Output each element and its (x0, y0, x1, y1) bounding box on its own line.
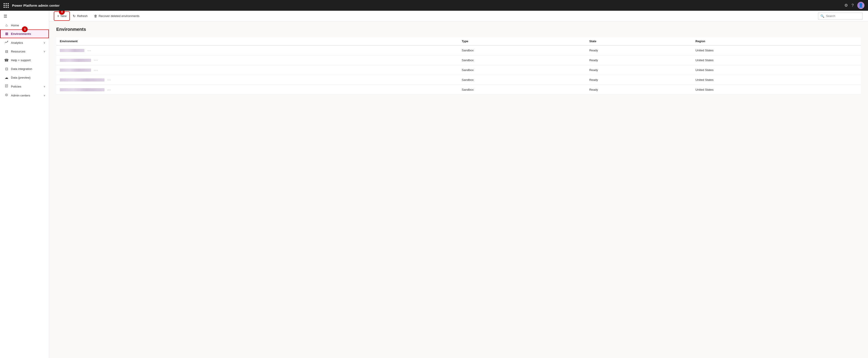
data-integration-icon: ⊡ (4, 67, 9, 71)
sidebar-item-policies[interactable]: Policies ∨ (0, 82, 49, 91)
sidebar-item-analytics-label: Analytics (11, 41, 41, 44)
sidebar-item-policies-label: Policies (11, 85, 41, 88)
sidebar-item-environments-label: Environments (11, 32, 45, 35)
policies-chevron: ∨ (43, 85, 45, 88)
sidebar-item-data-integration-label: Data integration (11, 67, 45, 70)
env-state: Ready (586, 85, 692, 95)
table-header-row: Environment Type State Region (56, 37, 861, 45)
hamburger-button[interactable]: ☰ (0, 11, 49, 21)
env-state: Ready (586, 55, 692, 65)
page-content: Environments Environment Type State Regi… (49, 22, 868, 358)
env-type: Sandbox (458, 45, 586, 55)
environments-table: Environment Type State Region ··· Sandbo… (56, 37, 861, 95)
env-region: United States (692, 65, 861, 75)
env-name-blurred (60, 59, 91, 62)
env-name-blurred (60, 49, 84, 52)
env-name-blurred (60, 68, 91, 72)
sidebar-item-environments[interactable]: 3 ⊞ Environments (0, 29, 49, 38)
sidebar: ☰ ⌂ Home 3 ⊞ Environments Analytics ∨ ⊟ (0, 11, 49, 358)
new-icon: + (57, 14, 59, 18)
env-more-options[interactable]: ··· (106, 78, 113, 82)
env-state: Ready (586, 45, 692, 55)
new-button-label: New (61, 14, 66, 18)
env-name-cell: ··· (56, 45, 458, 55)
sidebar-item-data-preview-label: Data (preview) (11, 76, 45, 79)
help-support-icon: ☎ (4, 58, 9, 62)
resources-icon: ⊟ (4, 49, 9, 54)
table-row[interactable]: ··· Sandbox Ready United States (56, 85, 861, 95)
sidebar-item-help-support[interactable]: ☎ Help + support (0, 56, 49, 64)
env-region: United States (692, 55, 861, 65)
env-state: Ready (586, 75, 692, 85)
recover-icon: 🗑 (94, 14, 97, 18)
topbar: Power Platform admin center ⚙ ? 👤 (0, 0, 868, 11)
sidebar-item-resources[interactable]: ⊟ Resources ∨ (0, 47, 49, 56)
col-header-region: Region (692, 37, 861, 45)
help-icon[interactable]: ? (851, 3, 854, 8)
sidebar-item-data-preview[interactable]: ☁ Data (preview) (0, 73, 49, 82)
home-icon: ⌂ (4, 23, 9, 27)
env-type: Sandbox (458, 65, 586, 75)
app-grid-icon[interactable] (4, 3, 9, 8)
sidebar-item-admin-centers[interactable]: Admin centers ∨ (0, 91, 49, 100)
topbar-actions: ⚙ ? 👤 (844, 2, 864, 9)
environments-icon: ⊞ (4, 32, 9, 36)
table-row[interactable]: ··· Sandbox Ready United States (56, 45, 861, 55)
main-layout: ☰ ⌂ Home 3 ⊞ Environments Analytics ∨ ⊟ (0, 11, 868, 358)
recover-button-label: Recover deleted environments (99, 14, 140, 18)
sidebar-item-admin-centers-label: Admin centers (11, 94, 41, 97)
env-type: Sandbox (458, 85, 586, 95)
sidebar-item-help-support-label: Help + support (11, 59, 45, 62)
env-more-options[interactable]: ··· (93, 58, 99, 62)
env-type: Sandbox (458, 75, 586, 85)
search-icon: 🔍 (820, 14, 824, 18)
env-region: United States (692, 75, 861, 85)
env-more-options[interactable]: ··· (93, 68, 99, 72)
table-row[interactable]: ··· Sandbox Ready United States (56, 65, 861, 75)
page-title: Environments (56, 27, 861, 32)
env-more-options[interactable]: ··· (86, 48, 93, 53)
col-header-environment: Environment (56, 37, 458, 45)
col-header-state: State (586, 37, 692, 45)
search-box[interactable]: 🔍 (818, 12, 863, 20)
env-more-options[interactable]: ··· (106, 88, 113, 92)
app-title: Power Platform admin center (12, 4, 60, 7)
data-preview-icon: ☁ (4, 76, 9, 80)
search-input[interactable] (826, 14, 860, 18)
svg-point-4 (5, 94, 8, 96)
env-region: United States (692, 45, 861, 55)
resources-chevron: ∨ (43, 50, 45, 53)
env-name-blurred (60, 79, 104, 82)
env-state: Ready (586, 65, 692, 75)
analytics-icon (4, 40, 9, 45)
table-row[interactable]: ··· Sandbox Ready United States (56, 55, 861, 65)
sidebar-item-resources-label: Resources (11, 50, 41, 53)
policies-icon (4, 84, 9, 89)
env-region: United States (692, 85, 861, 95)
settings-icon[interactable]: ⚙ (844, 3, 848, 8)
analytics-chevron: ∨ (43, 41, 45, 44)
env-type: Sandbox (458, 55, 586, 65)
env-name-blurred (60, 88, 104, 91)
toolbar: 4 + New ↻ Refresh 🗑 Recover deleted envi… (49, 11, 868, 22)
content-area: 4 + New ↻ Refresh 🗑 Recover deleted envi… (49, 11, 868, 358)
env-name-cell: ··· (56, 85, 458, 95)
env-name-cell: ··· (56, 75, 458, 85)
sidebar-item-analytics[interactable]: Analytics ∨ (0, 38, 49, 47)
env-name-cell: ··· (56, 55, 458, 65)
annotation-badge-3: 3 (22, 26, 28, 32)
annotation-badge-4: 4 (59, 11, 65, 15)
sidebar-item-home-label: Home (11, 24, 45, 27)
table-row[interactable]: ··· Sandbox Ready United States (56, 75, 861, 85)
col-header-type: Type (458, 37, 586, 45)
env-name-cell: ··· (56, 65, 458, 75)
user-avatar[interactable]: 👤 (857, 2, 864, 9)
new-button[interactable]: 4 + New (55, 12, 69, 20)
recover-button[interactable]: 🗑 Recover deleted environments (91, 12, 142, 20)
refresh-button[interactable]: ↻ Refresh (70, 12, 90, 20)
admin-centers-icon (4, 93, 9, 98)
refresh-button-label: Refresh (77, 14, 88, 18)
sidebar-item-data-integration[interactable]: ⊡ Data integration (0, 64, 49, 73)
svg-point-5 (6, 94, 7, 95)
admin-centers-chevron: ∨ (43, 94, 45, 97)
